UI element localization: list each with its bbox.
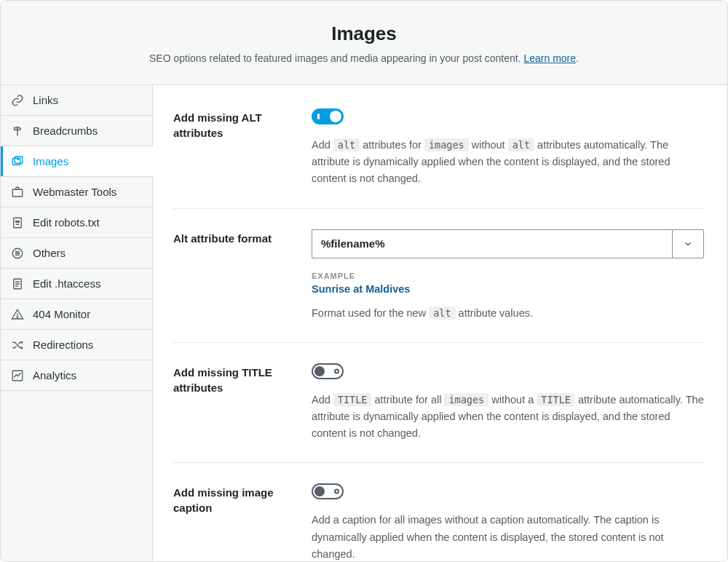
sidebar-item-label: Redirections xyxy=(33,339,93,351)
code-token: alt xyxy=(429,306,455,320)
code-token: TITLE xyxy=(537,393,575,406)
sidebar-item-webmaster-tools[interactable]: Webmaster Tools xyxy=(1,177,152,207)
svg-rect-1 xyxy=(15,157,23,163)
learn-more-link[interactable]: Learn more xyxy=(523,52,576,64)
sidebar-item-edit-htaccess[interactable]: Edit .htaccess xyxy=(1,269,152,299)
images-icon xyxy=(11,155,24,168)
svg-point-9 xyxy=(17,317,18,318)
example-label: EXAMPLE xyxy=(312,272,704,280)
setting-add-missing-caption: Add missing image caption Add a caption … xyxy=(173,483,704,561)
toggle-add-missing-title[interactable] xyxy=(312,363,344,379)
sidebar-item-images[interactable]: Images xyxy=(1,146,153,177)
file-text-icon xyxy=(11,277,24,290)
toggle-add-missing-alt[interactable] xyxy=(312,108,344,124)
code-token: alt xyxy=(508,138,534,151)
chevron-down-icon xyxy=(683,239,693,249)
page-header: Images SEO options related to featured i… xyxy=(1,1,727,85)
svg-rect-4 xyxy=(14,218,22,228)
sidebar-item-label: Images xyxy=(33,155,68,167)
code-token: images xyxy=(444,393,488,406)
briefcase-icon xyxy=(11,186,24,199)
sidebar-item-label: 404 Monitor xyxy=(33,308,90,320)
code-token: images xyxy=(424,138,469,151)
setting-label: Add missing ALT attributes xyxy=(173,108,297,188)
shuffle-icon xyxy=(11,339,24,352)
sidebar-item-others[interactable]: Others xyxy=(1,238,152,269)
code-token: alt xyxy=(333,138,360,151)
setting-description: Add alt attributes for images without al… xyxy=(312,137,704,188)
setting-label: Add missing image caption xyxy=(173,483,297,561)
sidebar-item-label: Links xyxy=(33,94,58,106)
link-icon xyxy=(11,94,24,107)
sidebar-item-edit-robots[interactable]: Edit robots.txt xyxy=(1,207,152,238)
code-token: TITLE xyxy=(333,393,372,406)
setting-alt-format: Alt attribute format EXAMPLE Sunrise at … xyxy=(173,229,704,343)
sidebar-item-links[interactable]: Links xyxy=(1,85,152,116)
setting-label: Alt attribute format xyxy=(173,229,297,322)
alert-triangle-icon xyxy=(11,308,24,321)
sidebar-item-analytics[interactable]: Analytics xyxy=(1,360,152,391)
example-value: Sunrise at Maldives xyxy=(312,283,704,295)
svg-point-2 xyxy=(17,158,19,159)
setting-label: Add missing TITLE attributes xyxy=(173,363,297,443)
settings-sidebar: Links Breadcrumbs Images Webmaster Tools xyxy=(1,85,153,561)
svg-point-5 xyxy=(16,221,17,222)
setting-add-missing-alt: Add missing ALT attributes Add alt attri… xyxy=(173,108,704,209)
svg-rect-3 xyxy=(12,189,23,197)
sidebar-item-label: Webmaster Tools xyxy=(33,186,116,198)
signpost-icon xyxy=(11,124,24,138)
page-title: Images xyxy=(30,23,698,45)
sidebar-item-404-monitor[interactable]: 404 Monitor xyxy=(1,299,152,330)
alt-format-input[interactable] xyxy=(312,229,672,258)
alt-format-variables-button[interactable] xyxy=(672,229,704,258)
robot-file-icon xyxy=(11,216,24,229)
page-subtitle: SEO options related to featured images a… xyxy=(30,52,698,64)
setting-description: Add TITLE attribute for all images witho… xyxy=(312,392,704,443)
chart-line-icon xyxy=(11,369,24,382)
list-icon xyxy=(11,247,24,260)
sidebar-item-label: Analytics xyxy=(33,369,76,381)
sidebar-item-breadcrumbs[interactable]: Breadcrumbs xyxy=(1,116,152,146)
sidebar-item-label: Others xyxy=(33,247,66,259)
setting-add-missing-title: Add missing TITLE attributes Add TITLE a… xyxy=(173,363,704,464)
toggle-add-missing-caption[interactable] xyxy=(312,483,344,499)
setting-description: Format used for the new alt attribute va… xyxy=(312,305,704,322)
svg-point-6 xyxy=(18,221,20,222)
sidebar-item-label: Edit .htaccess xyxy=(33,277,100,290)
sidebar-item-label: Breadcrumbs xyxy=(33,124,98,137)
sidebar-item-label: Edit robots.txt xyxy=(33,216,100,229)
setting-description: Add a caption for all images without a c… xyxy=(312,512,704,561)
sidebar-item-redirections[interactable]: Redirections xyxy=(1,330,152,360)
settings-content: Add missing ALT attributes Add alt attri… xyxy=(153,85,727,561)
